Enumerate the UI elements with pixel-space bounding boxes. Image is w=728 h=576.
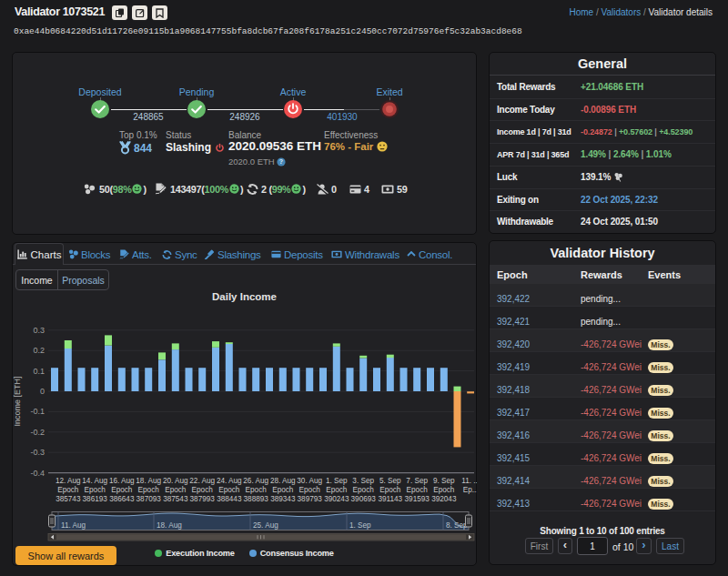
svg-text:387993: 387993 <box>190 495 216 503</box>
svg-text:14. Aug: 14. Aug <box>82 477 107 485</box>
svg-text:385743: 385743 <box>56 495 81 503</box>
svg-text:26. Aug: 26. Aug <box>243 477 268 485</box>
svg-text:18. Aug: 18. Aug <box>136 477 161 485</box>
svg-text:18. Aug: 18. Aug <box>157 521 182 530</box>
svg-text:Epoch: Epoch <box>85 486 106 494</box>
svg-text:0.2: 0.2 <box>33 346 45 355</box>
svg-text:-0.1: -0.1 <box>30 407 45 416</box>
svg-text:11. ...: 11. ... <box>461 477 477 485</box>
svg-text:0: 0 <box>40 387 45 396</box>
svg-text:1. Sep: 1. Sep <box>326 477 348 485</box>
svg-text:Ep...: Ep... <box>463 486 477 494</box>
svg-text:?: ? <box>279 158 283 165</box>
svg-text:30. Aug: 30. Aug <box>297 477 322 485</box>
svg-text:386193: 386193 <box>83 495 108 503</box>
svg-text:5. Sep: 5. Sep <box>379 477 401 485</box>
svg-text:12. Aug: 12. Aug <box>56 477 81 485</box>
svg-text:16. Aug: 16. Aug <box>109 477 135 485</box>
svg-text:Epoch: Epoch <box>192 486 214 494</box>
svg-text:3. Sep: 3. Sep <box>352 477 374 485</box>
svg-text:388443: 388443 <box>217 495 242 503</box>
svg-text:-0.2: -0.2 <box>30 428 45 437</box>
svg-text:Income [ETH]: Income [ETH] <box>13 376 22 426</box>
svg-text:9. Sep: 9. Sep <box>433 477 455 485</box>
svg-text:Epoch: Epoch <box>272 486 294 494</box>
svg-text:390243: 390243 <box>324 495 349 503</box>
svg-text:Epoch: Epoch <box>407 486 429 494</box>
svg-text:Epoch: Epoch <box>218 486 240 494</box>
svg-text:Epoch: Epoch <box>379 486 401 494</box>
svg-text:Epoch: Epoch <box>165 486 187 494</box>
svg-text:386643: 386643 <box>109 495 135 503</box>
svg-text:11. Aug: 11. Aug <box>61 521 86 530</box>
svg-text:8. Sep: 8. Sep <box>446 521 468 530</box>
svg-text:391143: 391143 <box>378 495 402 503</box>
svg-text:0.1: 0.1 <box>33 367 45 376</box>
svg-text:Epoch: Epoch <box>433 486 455 494</box>
svg-text:Epoch: Epoch <box>326 486 348 494</box>
svg-text:392043: 392043 <box>431 495 457 503</box>
svg-text:Epoch: Epoch <box>246 486 268 494</box>
svg-text:-0.3: -0.3 <box>30 448 45 457</box>
svg-text:7. Sep: 7. Sep <box>406 477 428 485</box>
svg-text:1. Sep: 1. Sep <box>349 521 371 530</box>
svg-text:Epoch: Epoch <box>57 486 79 494</box>
svg-text:391593: 391593 <box>405 495 430 503</box>
svg-text:Epoch: Epoch <box>353 486 375 494</box>
svg-text:25. Aug: 25. Aug <box>253 521 278 530</box>
svg-text:387093: 387093 <box>136 495 162 503</box>
svg-text:388893: 388893 <box>244 495 269 503</box>
svg-text:20. Aug: 20. Aug <box>163 477 188 485</box>
svg-text:22. Aug: 22. Aug <box>189 477 215 485</box>
svg-text:390693: 390693 <box>351 495 377 503</box>
svg-text:389793: 389793 <box>298 495 323 503</box>
svg-text:0.3: 0.3 <box>33 326 45 335</box>
svg-text:24. Aug: 24. Aug <box>217 477 242 485</box>
svg-text:28. Aug: 28. Aug <box>270 477 296 485</box>
svg-text:389343: 389343 <box>270 495 296 503</box>
svg-text:Epoch: Epoch <box>138 486 160 494</box>
svg-text:387543: 387543 <box>163 495 188 503</box>
svg-text:Epoch: Epoch <box>299 486 321 494</box>
svg-text:Epoch: Epoch <box>111 486 133 494</box>
svg-text:-0.4: -0.4 <box>30 469 45 478</box>
